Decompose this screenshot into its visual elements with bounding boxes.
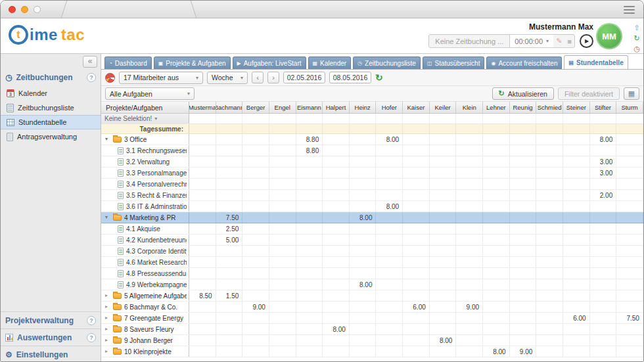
- hours-cell[interactable]: 8.00: [376, 201, 403, 212]
- hours-cell[interactable]: [216, 279, 243, 290]
- table-row-7-greengate-energy[interactable]: ▸7 Greengate Energy6.007.50: [101, 313, 643, 324]
- hours-cell[interactable]: 1.50: [216, 290, 243, 301]
- hours-cell[interactable]: [536, 257, 563, 267]
- hours-cell[interactable]: [483, 268, 510, 279]
- hours-cell[interactable]: [403, 145, 430, 156]
- hours-cell[interactable]: [536, 324, 563, 334]
- hours-cell[interactable]: [536, 268, 563, 279]
- hours-cell[interactable]: [242, 156, 269, 167]
- hours-cell[interactable]: [616, 156, 643, 167]
- tab-kalender[interactable]: ▦Kalender: [308, 57, 352, 70]
- hours-cell[interactable]: [242, 335, 269, 346]
- hours-cell[interactable]: [350, 134, 377, 145]
- hours-cell[interactable]: [510, 168, 537, 178]
- hours-cell[interactable]: [510, 290, 537, 301]
- hours-cell[interactable]: [296, 201, 323, 212]
- hours-cell[interactable]: [296, 257, 323, 267]
- column-header-heinz[interactable]: Heinz: [350, 102, 377, 113]
- hours-cell[interactable]: [510, 212, 537, 223]
- next-period-button[interactable]: ›: [267, 72, 279, 83]
- table-row-6-bachmayr-co[interactable]: ▸6 Bachmayr & Co.9.006.009.00: [101, 302, 643, 313]
- hours-cell[interactable]: [376, 145, 403, 156]
- hours-cell[interactable]: [590, 201, 617, 212]
- hamburger-menu-icon[interactable]: [624, 6, 635, 16]
- alarm-clock-icon[interactable]: ◷: [633, 45, 640, 53]
- hours-cell[interactable]: [510, 201, 537, 212]
- table-row-3-4-personalverrechnung[interactable]: 3.4 Personalverrechnung: [101, 179, 643, 190]
- hours-cell[interactable]: [189, 145, 216, 156]
- hours-cell[interactable]: [269, 346, 296, 357]
- chevron-right-icon[interactable]: ▸: [105, 349, 110, 354]
- hours-cell[interactable]: [269, 335, 296, 346]
- hours-cell[interactable]: [403, 201, 430, 212]
- hours-cell[interactable]: [456, 145, 483, 156]
- hours-cell[interactable]: [296, 168, 323, 178]
- hours-cell[interactable]: [269, 223, 296, 234]
- hours-cell[interactable]: [189, 156, 216, 167]
- table-row-3-5-recht-finanzen[interactable]: 3.5 Recht & Finanzen2.00: [101, 190, 643, 201]
- hours-cell[interactable]: [216, 324, 243, 334]
- hours-cell[interactable]: [483, 134, 510, 145]
- hours-cell[interactable]: [536, 134, 563, 145]
- hours-cell[interactable]: [242, 290, 269, 301]
- hours-cell[interactable]: [590, 246, 617, 256]
- hours-cell[interactable]: [510, 335, 537, 346]
- close-window-icon[interactable]: [9, 6, 16, 13]
- hours-cell[interactable]: [296, 190, 323, 200]
- hours-cell[interactable]: [189, 168, 216, 178]
- hours-cell[interactable]: [590, 268, 617, 279]
- hours-cell[interactable]: [376, 324, 403, 334]
- hours-cell[interactable]: [590, 324, 617, 334]
- hours-cell[interactable]: 8.50: [189, 290, 216, 301]
- hours-cell[interactable]: [376, 168, 403, 178]
- hours-cell[interactable]: [616, 290, 643, 301]
- hours-cell[interactable]: [403, 324, 430, 334]
- hours-cell[interactable]: [536, 201, 563, 212]
- hours-cell[interactable]: [483, 212, 510, 223]
- hours-cell[interactable]: [242, 246, 269, 256]
- hours-cell[interactable]: [242, 134, 269, 145]
- chevron-right-icon[interactable]: ▸: [105, 338, 110, 343]
- hours-cell[interactable]: [563, 168, 590, 178]
- hours-cell[interactable]: 8.00: [430, 335, 457, 346]
- hours-cell[interactable]: [536, 179, 563, 189]
- column-header-keiler[interactable]: Keiler: [430, 102, 457, 113]
- hours-cell[interactable]: [350, 168, 377, 178]
- hours-cell[interactable]: [323, 223, 350, 234]
- hours-cell[interactable]: [269, 168, 296, 178]
- hours-cell[interactable]: [296, 302, 323, 312]
- hours-cell[interactable]: [616, 324, 643, 334]
- start-timer-button[interactable]: ▶: [580, 34, 593, 48]
- table-row-4-2-kundenbetreuung[interactable]: 4.2 Kundenbetreuung5.00: [101, 235, 643, 246]
- hours-cell[interactable]: [323, 179, 350, 189]
- hours-cell[interactable]: [189, 134, 216, 145]
- hours-cell[interactable]: [216, 246, 243, 256]
- hours-cell[interactable]: [456, 201, 483, 212]
- hours-cell[interactable]: [456, 290, 483, 301]
- hours-cell[interactable]: [456, 134, 483, 145]
- hours-cell[interactable]: [456, 324, 483, 334]
- hours-cell[interactable]: [403, 313, 430, 323]
- hours-cell[interactable]: [590, 279, 617, 290]
- hours-cell[interactable]: [563, 134, 590, 145]
- hours-cell[interactable]: [350, 346, 377, 357]
- hours-cell[interactable]: [242, 190, 269, 200]
- hours-cell[interactable]: [403, 190, 430, 200]
- hours-cell[interactable]: [403, 179, 430, 189]
- hours-cell[interactable]: [242, 201, 269, 212]
- hours-cell[interactable]: [269, 313, 296, 323]
- hours-cell[interactable]: [216, 156, 243, 167]
- hours-cell[interactable]: [350, 257, 377, 267]
- hours-cell[interactable]: [189, 335, 216, 346]
- hours-cell[interactable]: [376, 235, 403, 245]
- hours-cell[interactable]: [456, 335, 483, 346]
- hours-cell[interactable]: [430, 257, 457, 267]
- hours-cell[interactable]: [536, 190, 563, 200]
- hours-cell[interactable]: [456, 156, 483, 167]
- hours-cell[interactable]: [323, 313, 350, 323]
- date-from-input[interactable]: 02.05.2016: [283, 72, 325, 83]
- help-icon[interactable]: ?: [87, 333, 96, 342]
- hours-cell[interactable]: [616, 201, 643, 212]
- hours-cell[interactable]: [483, 168, 510, 178]
- hours-cell[interactable]: [616, 145, 643, 156]
